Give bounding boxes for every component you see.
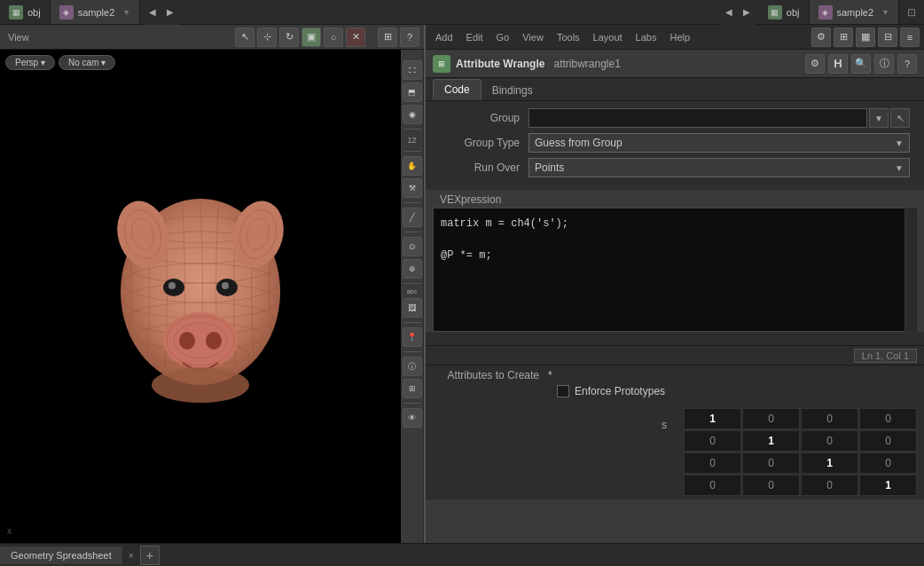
network-icon[interactable]: ⊞ [834,28,853,47]
tool-paint[interactable]: ✋ [403,156,422,176]
matrix-s-container: s [433,408,684,431]
status-bar: Ln 1, Col 1 [426,345,924,365]
menu-add[interactable]: Add [430,30,458,44]
menu-go[interactable]: Go [491,30,515,44]
tool-visibility[interactable]: ⊙ [403,237,422,256]
tool-grid[interactable]: ⊞ [403,379,422,398]
vp-box-btn[interactable]: ▣ [301,28,321,47]
tool-obj-mode[interactable]: ⛶ [403,60,422,80]
viewport-label: View [4,32,33,43]
nav-arrows-left: ◀ ▶ [140,0,183,25]
enforce-label: Enforce Prototypes [575,385,665,397]
menu-labs[interactable]: Labs [630,30,662,44]
expand-dots: · · · [665,334,685,343]
code-wrapper: matrix m = ch4('s'); @P *= m; [433,208,917,332]
m-cell-3-0: 0 [684,475,741,496]
vp-select-btn[interactable]: ↖ [235,28,254,47]
group-cursor-btn[interactable]: ↖ [890,108,910,128]
m-cell-1-0: 0 [684,430,741,452]
maximize-btn[interactable]: ⊡ [899,6,924,19]
tool-prim-mode[interactable]: ⬒ [403,83,422,102]
vp-rotate-btn[interactable]: ↻ [279,28,299,47]
attrs-create-row: Attributes to Create * [433,369,917,381]
aw-search-btn[interactable]: 🔍 [851,54,871,74]
tool-point-mode[interactable]: ◉ [403,105,422,124]
bottom-tab-spreadsheet[interactable]: Geometry Spreadsheet [0,546,122,564]
tool-magnet[interactable]: ⚒ [403,178,422,198]
m-cell-2-2: 1 [801,452,858,474]
nav-back-left[interactable]: ◀ [144,0,161,25]
tool-info[interactable]: ⓘ [403,357,422,376]
tab-obj-right-label: obj [787,7,800,18]
tools-icon[interactable]: ⚙ [811,28,831,47]
obj-icon-left: ▦ [9,5,23,20]
m-cell-3-1: 0 [742,475,800,496]
top-bar: ▦ obj ◈ sample2 ▼ ◀ ▶ ◀ ▶ ▦ obj ◈ sample… [0,0,924,25]
run-over-label: Run Over [440,161,529,174]
aw-header: ⊞ Attribute Wrangle attribwrangle1 ⚙ H 🔍… [426,50,924,78]
nav-forward-left[interactable]: ▶ [161,0,179,25]
group-dropdown-btn[interactable]: ▼ [869,108,889,128]
tool-select-edge[interactable]: ╱ [403,208,422,227]
more-icon[interactable]: ≡ [900,28,920,47]
vp-close-btn[interactable]: ✕ [346,28,365,47]
bottom-add-tab-btn[interactable]: + [140,546,160,565]
m-cell-3-3: 1 [859,475,917,496]
enforce-checkbox[interactable] [557,385,569,397]
perspective-btn[interactable]: Persp ▾ [5,55,55,70]
bottom-tab-close-btn[interactable]: × [124,548,138,562]
menu-view[interactable]: View [517,30,549,44]
tab-sample2-right[interactable]: ◈ sample2 ▼ [810,0,900,24]
code-line-2 [441,232,909,248]
group-type-select[interactable]: Guess from Group ▼ [529,133,910,153]
svg-point-24 [152,367,249,403]
code-expand-handle[interactable]: · · · [426,332,924,345]
sample2-icon-right: ◈ [818,5,833,20]
code-line-1: matrix m = ch4('s'); [441,216,909,232]
group-cursor-icon: ↖ [897,113,904,124]
grid4-icon[interactable]: ⊟ [878,28,897,47]
menu-help[interactable]: Help [664,30,695,44]
run-over-value: Points [535,161,564,174]
vp-snap-btn[interactable]: ⊞ [378,28,397,47]
code-scrollbar[interactable] [904,208,917,332]
bottom-tabs: Geometry Spreadsheet × + [0,543,924,566]
m-cell-2-1: 0 [742,452,800,474]
menu-edit[interactable]: Edit [461,30,489,44]
spreadsheet-icon[interactable]: ▦ [856,28,875,47]
nav-back-right[interactable]: ◀ [720,0,738,25]
matrix-grid: 1 0 0 0 0 1 0 0 0 0 1 0 [684,408,917,496]
run-over-select[interactable]: Points ▼ [529,158,910,177]
menu-tools[interactable]: Tools [552,30,585,44]
aw-h-btn[interactable]: H [828,54,848,74]
m-cell-0-2: 0 [801,408,858,429]
vp-circle-btn[interactable]: ○ [324,28,343,47]
tab-bindings[interactable]: Bindings [482,81,544,100]
group-input[interactable] [529,108,867,128]
nav-forward-right[interactable]: ▶ [738,0,756,25]
tab-sample2-left-label: sample2 [78,7,115,18]
vp-help-btn[interactable]: ? [400,28,419,47]
menu-layout[interactable]: Layout [588,30,628,44]
tool-layer[interactable]: ⊕ [403,259,422,279]
tool-12-label: 12 [407,136,416,145]
tab-code[interactable]: Code [433,79,482,100]
aw-help-btn[interactable]: ? [897,54,917,74]
tab-obj-left[interactable]: ▦ obj [0,0,51,24]
tool-eye[interactable]: 👁 [403,408,422,428]
tab-sample2-left[interactable]: ◈ sample2 ▼ [51,0,141,24]
tool-image[interactable]: 🖼 [403,298,422,318]
cursor-position: Ln 1, Col 1 [854,349,917,363]
tool-pin[interactable]: 📍 [403,327,422,347]
code-editor[interactable]: matrix m = ch4('s'); @P *= m; [433,208,917,332]
aw-info-btn[interactable]: ⓘ [874,54,894,74]
camera-controls: Persp ▾ No cam ▾ [5,55,115,70]
svg-point-19 [206,332,222,350]
m-cell-1-2: 0 [801,430,858,452]
nocam-btn[interactable]: No cam ▾ [59,55,115,70]
vp-move-btn[interactable]: ⊹ [257,28,277,47]
aw-gear-btn[interactable]: ⚙ [805,54,825,74]
svg-point-15 [163,312,238,369]
axis-indicator: x [7,526,12,536]
tab-obj-right[interactable]: ▦ obj [759,0,810,24]
